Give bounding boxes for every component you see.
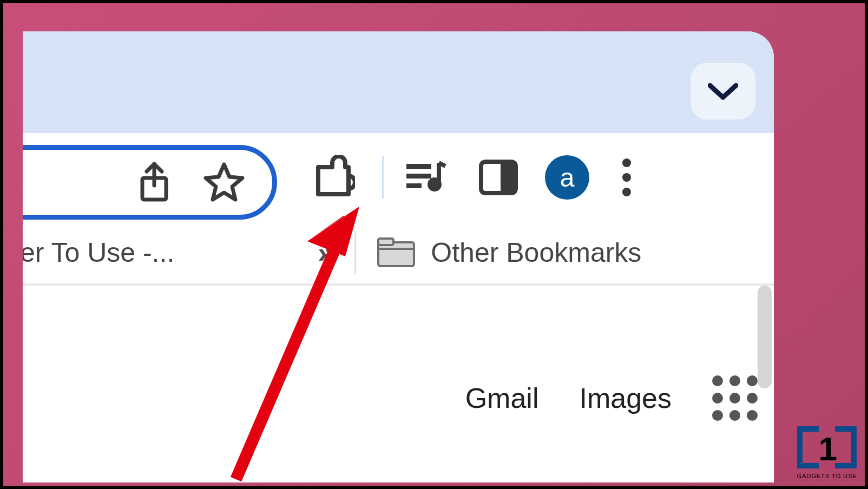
profile-button[interactable]: a — [545, 155, 589, 200]
folder-icon — [377, 237, 416, 268]
chrome-menu-button[interactable] — [622, 158, 632, 197]
other-bookmarks-button[interactable]: Other Bookmarks — [377, 237, 641, 268]
bookmark-item-truncated[interactable]: ser To Use -... — [23, 237, 174, 268]
svg-rect-11 — [378, 239, 393, 245]
bookmarks-bar: ser To Use -... » Other Bookmarks — [23, 222, 774, 286]
bookmarks-separator — [354, 232, 356, 274]
share-button[interactable] — [138, 162, 170, 203]
share-icon — [138, 162, 170, 203]
vertical-dots-icon — [622, 158, 632, 197]
watermark-logo: 1 — [797, 426, 857, 472]
media-control-button[interactable] — [404, 161, 446, 194]
browser-window: a ser To Use -... » — [23, 31, 774, 483]
content-header-links: Gmail Images — [465, 375, 758, 421]
svg-point-8 — [622, 173, 631, 182]
screenshot-frame: a ser To Use -... » — [0, 0, 868, 489]
toolbar: a — [23, 133, 774, 222]
chevron-down-icon — [708, 82, 738, 101]
svg-point-7 — [622, 158, 631, 167]
watermark-text: GADGETS TO USE — [797, 473, 857, 479]
music-queue-icon — [404, 161, 446, 194]
extensions-button[interactable] — [311, 155, 355, 200]
puzzle-piece-icon — [311, 155, 355, 200]
page-content: Gmail Images — [23, 286, 774, 437]
side-panel-button[interactable] — [479, 160, 518, 195]
toolbar-right: a — [299, 133, 774, 222]
scrollbar-thumb[interactable] — [758, 286, 772, 388]
search-tabs-button[interactable] — [691, 63, 755, 120]
tab-strip — [23, 31, 774, 133]
watermark: 1 GADGETS TO USE — [797, 426, 857, 479]
svg-rect-6 — [501, 162, 516, 193]
toolbar-separator — [382, 156, 384, 199]
svg-rect-3 — [406, 183, 422, 188]
svg-point-9 — [622, 188, 631, 196]
svg-rect-2 — [406, 174, 431, 179]
bookmarks-overflow-button[interactable]: » — [318, 236, 334, 269]
side-panel-icon — [479, 160, 518, 195]
gmail-link[interactable]: Gmail — [465, 382, 539, 414]
bookmark-button[interactable] — [203, 161, 245, 203]
star-icon — [203, 161, 245, 203]
other-bookmarks-label: Other Bookmarks — [431, 237, 641, 268]
svg-rect-12 — [378, 248, 414, 250]
google-apps-button[interactable] — [712, 375, 758, 421]
svg-rect-1 — [406, 164, 431, 169]
address-bar[interactable] — [23, 145, 277, 220]
app-grid-icon — [712, 375, 758, 421]
profile-initial: a — [560, 163, 575, 193]
svg-point-4 — [428, 177, 442, 191]
images-link[interactable]: Images — [579, 382, 672, 414]
